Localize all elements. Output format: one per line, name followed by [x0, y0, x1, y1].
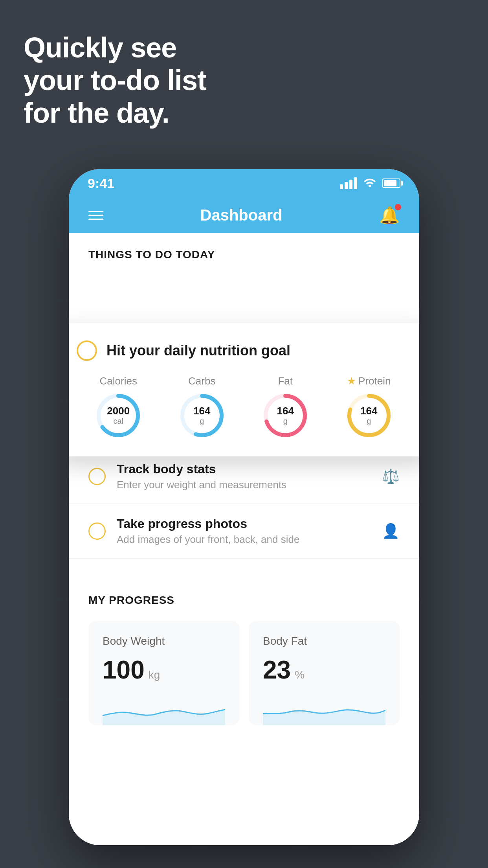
photos-subtitle: Add images of your front, back, and side [117, 533, 371, 546]
fat-value: 164 [277, 405, 294, 417]
status-time: 9:41 [88, 176, 114, 191]
body-weight-card[interactable]: Body Weight 100 kg [88, 621, 239, 725]
progress-section: MY PROGRESS Body Weight 100 kg [69, 574, 419, 741]
fat-unit: g [277, 417, 294, 426]
carbs-donut: 164 g [178, 392, 226, 439]
fat-donut: 164 g [262, 392, 309, 439]
protein-label: Protein [358, 375, 391, 387]
protein-unit: g [360, 417, 377, 426]
photos-check-circle [88, 522, 106, 540]
status-icons [340, 176, 400, 190]
nutrition-check-circle[interactable] [77, 340, 97, 361]
body-fat-unit: % [295, 669, 305, 681]
todo-item-track-body[interactable]: Track body stats Enter your weight and m… [69, 449, 419, 504]
body-weight-value-container: 100 kg [103, 655, 225, 684]
progress-header: MY PROGRESS [88, 594, 400, 607]
battery-icon [382, 178, 400, 188]
photos-title: Take progress photos [117, 517, 371, 531]
carbs-unit: g [193, 417, 210, 426]
calories-label: Calories [100, 375, 137, 387]
menu-button[interactable] [88, 211, 103, 220]
nutrition-protein: ★ Protein 164 g [345, 375, 393, 439]
headline: Quickly see your to-do list for the day. [24, 31, 206, 129]
headline-line3: for the day. [24, 97, 206, 129]
body-fat-number: 23 [263, 655, 291, 684]
nav-bar: Dashboard 🔔 [69, 197, 419, 233]
status-bar: 9:41 [69, 169, 419, 197]
track-body-subtitle: Enter your weight and measurements [117, 479, 371, 491]
body-weight-unit: kg [149, 669, 160, 681]
headline-line1: Quickly see [24, 31, 206, 64]
star-icon: ★ [347, 375, 356, 387]
notification-button[interactable]: 🔔 [379, 206, 400, 225]
track-body-text: Track body stats Enter your weight and m… [117, 462, 371, 491]
body-weight-title: Body Weight [103, 635, 225, 647]
nutrition-card-title: Hit your daily nutrition goal [106, 342, 290, 359]
wifi-icon [363, 176, 377, 190]
person-icon: 👤 [382, 523, 400, 539]
notification-dot [395, 204, 401, 210]
card-header: Hit your daily nutrition goal [77, 340, 411, 361]
photos-text: Take progress photos Add images of your … [117, 517, 371, 546]
carbs-value: 164 [193, 405, 210, 417]
calories-unit: cal [107, 417, 130, 426]
body-fat-title: Body Fat [263, 635, 385, 647]
scale-icon: ⚖️ [382, 468, 400, 485]
body-fat-chart [263, 694, 385, 725]
nutrition-calories: Calories 2000 cal [95, 375, 142, 439]
nutrition-fat: Fat 164 g [262, 375, 309, 439]
things-header: THINGS TO DO TODAY [69, 233, 419, 269]
nutrition-card: Hit your daily nutrition goal Calories 2… [69, 323, 419, 456]
protein-value: 164 [360, 405, 377, 417]
todo-item-progress-photos[interactable]: Take progress photos Add images of your … [69, 504, 419, 559]
carbs-label: Carbs [188, 375, 215, 387]
progress-cards: Body Weight 100 kg Body Fat [88, 621, 400, 725]
fat-label: Fat [278, 375, 293, 387]
body-fat-card[interactable]: Body Fat 23 % [249, 621, 400, 725]
body-weight-chart [103, 694, 225, 725]
headline-line2: your to-do list [24, 64, 206, 97]
nutrition-carbs: Carbs 164 g [178, 375, 226, 439]
protein-label-container: ★ Protein [347, 375, 391, 387]
calories-donut: 2000 cal [95, 392, 142, 439]
calories-value: 2000 [107, 405, 130, 417]
phone-content: THINGS TO DO TODAY Hit your daily nutrit… [69, 233, 419, 845]
body-fat-value-container: 23 % [263, 655, 385, 684]
phone-mockup: 9:41 Dashboard 🔔 THINGS TO DO TODAY [69, 169, 419, 845]
track-body-title: Track body stats [117, 462, 371, 476]
track-body-check-circle [88, 468, 106, 485]
nav-title: Dashboard [200, 206, 283, 224]
body-weight-number: 100 [103, 655, 145, 684]
protein-donut: 164 g [345, 392, 393, 439]
signal-icon [340, 177, 357, 189]
nutrition-circles: Calories 2000 cal Carbs [77, 375, 411, 439]
